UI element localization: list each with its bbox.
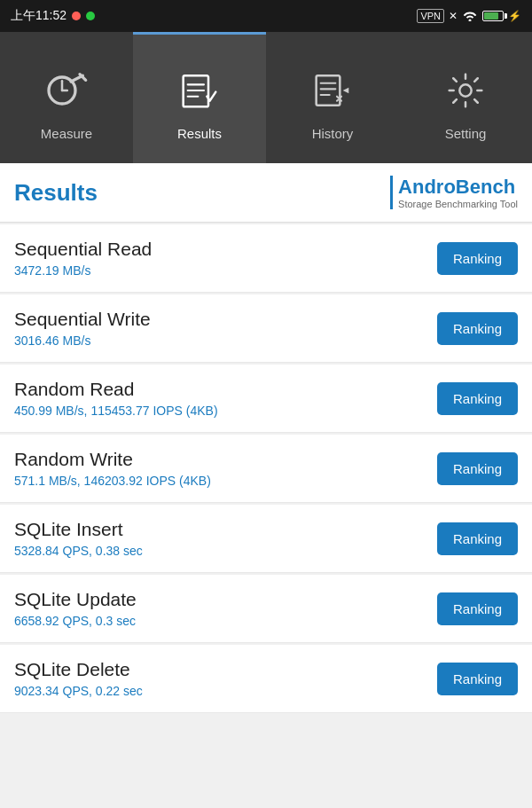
result-info: Random Write571.1 MB/s, 146203.92 IOPS (…: [14, 449, 211, 488]
result-info: Sequential Write3016.46 MB/s: [14, 309, 151, 348]
result-name: Random Read: [14, 379, 218, 400]
results-icon: [177, 68, 222, 119]
result-value: 3472.19 MB/s: [14, 263, 152, 278]
ranking-button[interactable]: Ranking: [437, 592, 518, 625]
battery-icon: [482, 11, 504, 21]
result-value: 9023.34 QPS, 0.22 sec: [14, 684, 143, 698]
ranking-button[interactable]: Ranking: [437, 382, 518, 415]
history-icon: [310, 68, 355, 119]
wifi-icon: [462, 9, 478, 24]
result-row: Sequential Read3472.19 MB/sRanking: [0, 224, 532, 293]
svg-marker-13: [343, 87, 349, 93]
result-info: Random Read450.99 MB/s, 115453.77 IOPS (…: [14, 379, 218, 418]
results-title: Results: [14, 179, 98, 207]
result-value: 6658.92 QPS, 0.3 sec: [14, 614, 137, 628]
ranking-button[interactable]: Ranking: [437, 522, 518, 555]
ranking-button[interactable]: Ranking: [437, 242, 518, 275]
result-value: 5328.84 QPS, 0.38 sec: [14, 544, 143, 558]
x-icon: ✕: [449, 10, 458, 22]
result-info: SQLite Update6658.92 QPS, 0.3 sec: [14, 589, 137, 628]
content-area: Results AndroBench Storage Benchmarking …: [0, 163, 532, 713]
vpn-label: VPN: [417, 9, 444, 23]
brand-subtitle: Storage Benchmarking Tool: [398, 199, 518, 209]
svg-point-14: [459, 84, 471, 96]
tab-results[interactable]: Results: [133, 32, 266, 163]
setting-icon: [443, 68, 488, 119]
tab-setting[interactable]: Setting: [399, 32, 532, 163]
status-bar: 上午11:52 VPN ✕ ⚡: [0, 0, 532, 32]
result-info: SQLite Insert5328.84 QPS, 0.38 sec: [14, 519, 143, 558]
tab-results-label: Results: [177, 126, 222, 141]
tab-setting-label: Setting: [445, 126, 487, 141]
result-row: Random Read450.99 MB/s, 115453.77 IOPS (…: [0, 365, 532, 433]
battery-fill: [484, 12, 498, 20]
dot-red: [72, 12, 81, 20]
result-row: SQLite Delete9023.34 QPS, 0.22 secRankin…: [0, 645, 532, 713]
result-value: 3016.46 MB/s: [14, 333, 151, 348]
dot-green: [86, 12, 95, 20]
result-value: 571.1 MB/s, 146203.92 IOPS (4KB): [14, 474, 211, 488]
result-name: SQLite Insert: [14, 519, 143, 540]
status-time: 上午11:52: [11, 8, 95, 24]
tab-bar: Measure Results History: [0, 32, 532, 163]
tab-measure[interactable]: Measure: [0, 32, 133, 163]
result-name: Sequential Read: [14, 239, 152, 260]
result-row: SQLite Insert5328.84 QPS, 0.38 secRankin…: [0, 505, 532, 573]
result-name: SQLite Delete: [14, 659, 143, 680]
result-row: Sequential Write3016.46 MB/sRanking: [0, 294, 532, 363]
svg-line-2: [80, 74, 86, 80]
ranking-button[interactable]: Ranking: [437, 452, 518, 485]
result-name: Random Write: [14, 449, 211, 470]
charging-icon: ⚡: [508, 10, 521, 22]
status-icons: VPN ✕ ⚡: [417, 9, 521, 24]
tab-measure-label: Measure: [41, 126, 92, 141]
brand-bar-divider: [390, 176, 393, 209]
measure-icon: [44, 68, 89, 119]
results-list: Sequential Read3472.19 MB/sRankingSequen…: [0, 224, 532, 713]
result-value: 450.99 MB/s, 115453.77 IOPS (4KB): [14, 404, 218, 418]
brand-name: AndroBench: [398, 176, 518, 199]
ranking-button[interactable]: Ranking: [437, 312, 518, 345]
tab-history-label: History: [312, 126, 354, 141]
result-info: Sequential Read3472.19 MB/s: [14, 239, 152, 278]
result-row: SQLite Update6658.92 QPS, 0.3 secRanking: [0, 575, 532, 643]
result-name: Sequential Write: [14, 309, 151, 330]
brand-bench: Bench: [456, 176, 515, 198]
tab-history[interactable]: History: [266, 32, 399, 163]
ranking-button[interactable]: Ranking: [437, 663, 518, 695]
brand-andro: Andro: [398, 176, 456, 198]
results-header: Results AndroBench Storage Benchmarking …: [0, 163, 532, 223]
brand-logo: AndroBench Storage Benchmarking Tool: [390, 176, 518, 209]
result-name: SQLite Update: [14, 589, 137, 610]
result-row: Random Write571.1 MB/s, 146203.92 IOPS (…: [0, 435, 532, 503]
result-info: SQLite Delete9023.34 QPS, 0.22 sec: [14, 659, 143, 698]
